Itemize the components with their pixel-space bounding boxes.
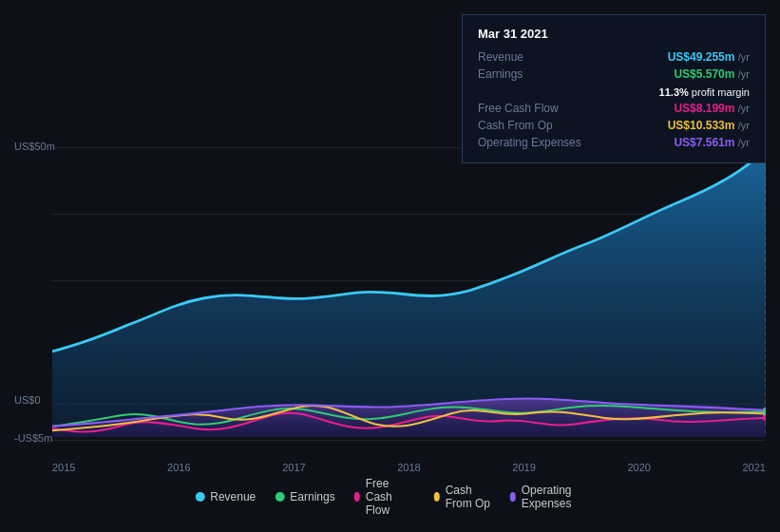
legend-dot-cashfromop [434, 492, 440, 502]
legend-label-revenue: Revenue [210, 490, 256, 504]
legend-label-cashfromop: Cash From Op [446, 484, 491, 510]
legend-item-earnings[interactable]: Earnings [275, 490, 334, 504]
tooltip-value-revenue: US$49.255m /yr [668, 50, 750, 64]
tooltip-row-revenue: Revenue US$49.255m /yr [478, 48, 750, 66]
tooltip-label-revenue: Revenue [478, 50, 611, 64]
tooltip-label-cashfromop: Cash From Op [478, 119, 611, 132]
legend-item-fcf[interactable]: Free Cash Flow [354, 477, 415, 517]
tooltip-row-cashfromop: Cash From Op US$10.533m /yr [478, 117, 750, 134]
x-label-2015: 2015 [52, 462, 75, 473]
tooltip-date: Mar 31 2021 [478, 27, 750, 41]
chart-container: Mar 31 2021 Revenue US$49.255m /yr Earni… [0, 0, 780, 532]
legend-label-opex: Operating Expenses [522, 484, 585, 510]
y-label-50m: US$50m [14, 141, 55, 152]
legend-label-earnings: Earnings [290, 490, 334, 504]
x-label-2018: 2018 [397, 462, 420, 473]
x-label-2021: 2021 [742, 462, 765, 473]
x-axis: 2015 2016 2017 2018 2019 2020 2021 [52, 462, 766, 473]
legend-dot-earnings [275, 492, 284, 502]
tooltip-profit-margin: 11.3% profit margin [659, 86, 750, 98]
legend-dot-revenue [195, 492, 204, 502]
x-label-2017: 2017 [282, 462, 305, 473]
tooltip-row-fcf: Free Cash Flow US$8.199m /yr [478, 100, 750, 117]
x-label-2016: 2016 [167, 462, 190, 473]
legend-item-revenue[interactable]: Revenue [195, 490, 256, 504]
tooltip-row-opex: Operating Expenses US$7.561m /yr [478, 134, 750, 151]
tooltip-label-opex: Operating Expenses [478, 136, 611, 149]
tooltip-value-opex: US$7.561m /yr [674, 136, 750, 149]
legend-item-cashfromop[interactable]: Cash From Op [434, 484, 491, 510]
tooltip-row-margin: 11.3% profit margin [478, 83, 750, 100]
tooltip-label-earnings: Earnings [478, 67, 611, 81]
x-label-2019: 2019 [512, 462, 535, 473]
x-label-2020: 2020 [627, 462, 650, 473]
legend-label-fcf: Free Cash Flow [366, 477, 415, 517]
tooltip-value-cashfromop: US$10.533m /yr [668, 119, 750, 132]
tooltip-value-earnings: US$5.570m /yr [674, 67, 750, 81]
chart-svg [52, 138, 766, 480]
legend-dot-fcf [354, 492, 360, 502]
tooltip-row-earnings: Earnings US$5.570m /yr [478, 66, 750, 83]
y-label-0: US$0 [14, 394, 41, 406]
tooltip-value-fcf: US$8.199m /yr [674, 102, 750, 115]
legend-item-opex[interactable]: Operating Expenses [510, 484, 585, 510]
tooltip-card: Mar 31 2021 Revenue US$49.255m /yr Earni… [462, 14, 766, 163]
tooltip-label-fcf: Free Cash Flow [478, 102, 611, 115]
legend-dot-opex [510, 492, 516, 502]
chart-legend: Revenue Earnings Free Cash Flow Cash Fro… [195, 477, 585, 517]
revenue-area [52, 148, 766, 437]
y-label-neg5m: -US$5m [14, 432, 52, 444]
